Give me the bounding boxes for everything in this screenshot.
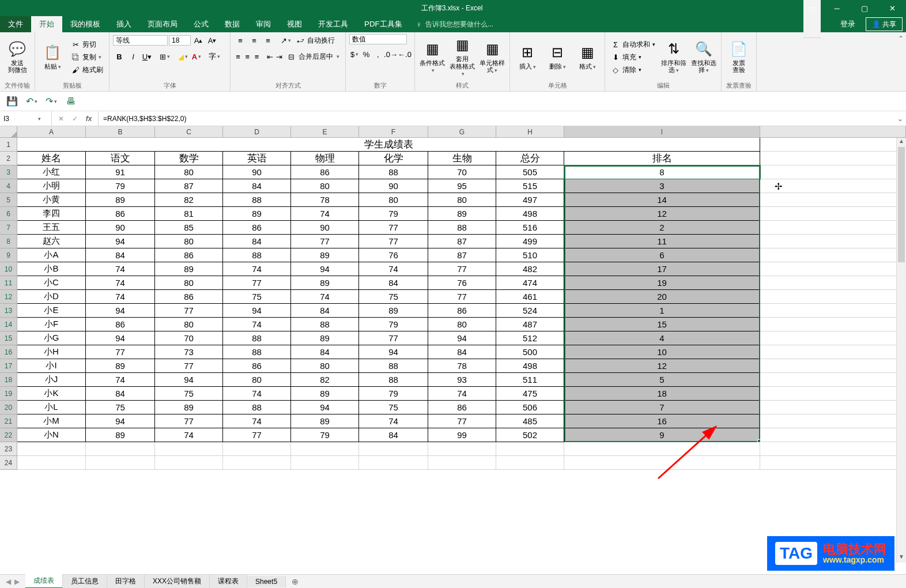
header-cell[interactable]: 排名 <box>564 152 760 165</box>
border-button[interactable]: ⊞ <box>158 50 171 63</box>
italic-button[interactable]: I <box>127 50 139 63</box>
data-cell[interactable]: 79 <box>291 428 359 442</box>
format-cells-button[interactable]: ▦格式 <box>573 34 601 80</box>
data-cell[interactable]: 79 <box>359 387 428 401</box>
scroll-down-icon[interactable]: ▼ <box>897 553 906 563</box>
data-cell[interactable]: 90 <box>86 221 155 235</box>
row-header[interactable]: 12 <box>0 290 17 304</box>
data-cell[interactable]: 79 <box>86 179 155 193</box>
paste-button[interactable]: 📋 粘贴 <box>39 34 66 80</box>
data-cell[interactable]: 76 <box>428 276 496 290</box>
col-header-F[interactable]: F <box>359 126 428 137</box>
copy-button[interactable]: ⿻复制▾ <box>69 52 105 63</box>
data-cell[interactable]: 87 <box>428 235 496 248</box>
data-cell[interactable]: 81 <box>155 207 223 221</box>
data-cell[interactable]: 89 <box>291 331 359 345</box>
data-cell[interactable]: 94 <box>291 401 359 414</box>
fill-button[interactable]: ⬇填充▾ <box>609 52 658 63</box>
row-header[interactable]: 2 <box>0 152 17 165</box>
data-cell[interactable]: 小E <box>17 304 86 318</box>
row-header[interactable]: 22 <box>0 428 17 442</box>
name-box-input[interactable] <box>3 115 38 123</box>
fill-color-button[interactable]: ◢ <box>176 50 189 63</box>
data-cell[interactable]: 74 <box>86 276 155 290</box>
data-cell[interactable]: 84 <box>359 276 428 290</box>
data-cell[interactable]: 77 <box>223 276 291 290</box>
row-header[interactable]: 5 <box>0 193 17 207</box>
data-cell[interactable]: 14 <box>564 193 760 207</box>
data-cell[interactable]: 80 <box>155 235 223 248</box>
data-cell[interactable]: 498 <box>496 359 564 373</box>
data-cell[interactable]: 498 <box>496 207 564 221</box>
cancel-formula-icon[interactable]: ✕ <box>55 115 67 123</box>
conditional-format-button[interactable]: ▦条件格式 <box>418 34 446 80</box>
align-left-icon[interactable]: ≡ <box>234 50 242 63</box>
data-cell[interactable]: 86 <box>428 401 496 414</box>
data-cell[interactable]: 497 <box>496 193 564 207</box>
data-cell[interactable]: 77 <box>291 235 359 248</box>
merge-center-button[interactable]: ⊟合并后居中 <box>285 51 342 62</box>
data-cell[interactable]: 77 <box>359 221 428 235</box>
orientation-icon[interactable]: ↗ <box>280 34 292 47</box>
col-header-I[interactable]: I <box>564 126 760 137</box>
data-cell[interactable]: 86 <box>223 359 291 373</box>
send-to-wechat-button[interactable]: 💬 发送 到微信 <box>3 34 31 80</box>
data-cell[interactable]: 77 <box>155 304 223 318</box>
data-cell[interactable]: 77 <box>223 428 291 442</box>
header-cell[interactable]: 英语 <box>223 152 291 165</box>
data-cell[interactable]: 小H <box>17 345 86 359</box>
data-cell[interactable]: 87 <box>428 248 496 262</box>
data-cell[interactable]: 515 <box>496 179 564 193</box>
data-cell[interactable]: 94 <box>86 304 155 318</box>
header-cell[interactable]: 姓名 <box>17 152 86 165</box>
next-sheet-icon[interactable]: ▶ <box>14 578 20 586</box>
data-cell[interactable]: 3 <box>564 179 760 193</box>
redo-icon[interactable]: ↷ <box>45 95 58 108</box>
row-header[interactable]: 13 <box>0 304 17 318</box>
tab-view[interactable]: 视图 <box>279 16 310 32</box>
empty-cell[interactable] <box>17 456 86 470</box>
data-cell[interactable]: 5 <box>564 373 760 387</box>
data-cell[interactable]: 李四 <box>17 207 86 221</box>
data-cell[interactable]: 77 <box>155 359 223 373</box>
collapse-ribbon-icon[interactable]: ⌃ <box>898 35 904 43</box>
data-cell[interactable]: 74 <box>359 262 428 276</box>
data-cell[interactable]: 90 <box>223 165 291 179</box>
data-cell[interactable]: 78 <box>428 359 496 373</box>
empty-cell[interactable] <box>428 442 496 456</box>
data-cell[interactable]: 89 <box>86 359 155 373</box>
tab-file[interactable]: 文件 <box>0 16 31 32</box>
data-cell[interactable]: 80 <box>359 193 428 207</box>
data-cell[interactable]: 小G <box>17 331 86 345</box>
data-cell[interactable]: 6 <box>564 248 760 262</box>
tab-formulas[interactable]: 公式 <box>186 16 217 32</box>
tab-layout[interactable]: 页面布局 <box>139 16 186 32</box>
data-cell[interactable]: 474 <box>496 276 564 290</box>
data-cell[interactable]: 86 <box>223 221 291 235</box>
fx-icon[interactable]: fx <box>83 115 95 123</box>
data-cell[interactable]: 94 <box>86 331 155 345</box>
data-cell[interactable]: 12 <box>564 207 760 221</box>
cut-button[interactable]: ✂剪切 <box>69 39 105 50</box>
row-header[interactable]: 7 <box>0 221 17 235</box>
invoice-button[interactable]: 📄发票 查验 <box>725 34 753 80</box>
data-cell[interactable]: 75 <box>359 401 428 414</box>
row-header[interactable]: 3 <box>0 165 17 179</box>
data-cell[interactable]: 89 <box>155 262 223 276</box>
title-cell[interactable]: 学生成绩表 <box>17 138 760 152</box>
data-cell[interactable]: 75 <box>223 290 291 304</box>
find-select-button[interactable]: 🔍查找和选择 <box>690 34 718 80</box>
data-cell[interactable]: 80 <box>428 318 496 331</box>
data-cell[interactable]: 88 <box>359 359 428 373</box>
col-header-G[interactable]: G <box>428 126 496 137</box>
data-cell[interactable]: 小M <box>17 414 86 428</box>
share-button[interactable]: 👤 共享 <box>866 17 903 31</box>
clear-button[interactable]: ◇清除▾ <box>609 65 658 76</box>
wrap-text-button[interactable]: ⮐自动换行 <box>293 35 337 46</box>
col-header-E[interactable]: E <box>291 126 359 137</box>
data-cell[interactable]: 89 <box>291 248 359 262</box>
data-cell[interactable]: 89 <box>155 401 223 414</box>
data-cell[interactable]: 82 <box>291 373 359 387</box>
bold-button[interactable]: B <box>113 50 126 63</box>
data-cell[interactable]: 79 <box>359 318 428 331</box>
